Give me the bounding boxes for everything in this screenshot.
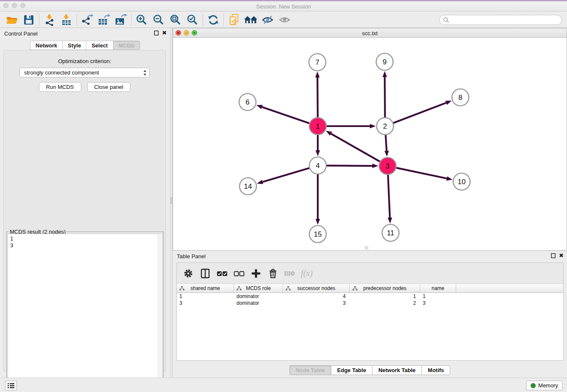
delete-row-button[interactable] xyxy=(266,266,280,281)
edge-1-6[interactable] xyxy=(262,107,309,123)
edge-3-11[interactable] xyxy=(388,175,390,218)
table-cell-predecessor-nodes[interactable]: 1 xyxy=(350,293,420,299)
tab-network[interactable]: Network xyxy=(30,41,62,50)
export-network-button[interactable] xyxy=(79,13,96,27)
table-cell-mcds-role[interactable]: dominator xyxy=(234,300,283,306)
network-graph[interactable]: 1234678910111415 xyxy=(173,38,567,250)
column-header-name[interactable]: name xyxy=(420,284,456,293)
node-table[interactable]: shared nameMCDS rolesuccessor nodesprede… xyxy=(177,284,563,360)
checked-boxes-icon xyxy=(217,270,228,277)
zoom-fit-button[interactable] xyxy=(167,13,184,27)
table-header-row: shared nameMCDS rolesuccessor nodesprede… xyxy=(177,284,563,293)
window-title: Session: New Session xyxy=(0,3,567,10)
edge-arrowhead xyxy=(446,176,453,180)
tab-mcds[interactable]: MCDS xyxy=(113,41,140,50)
run-mcds-button[interactable]: Run MCDS xyxy=(39,82,81,92)
float-table-panel-icon[interactable] xyxy=(550,253,556,259)
table-cell-successor-nodes[interactable]: 4 xyxy=(283,293,350,299)
tab-motifs[interactable]: Motifs xyxy=(421,365,450,375)
zoom-out-button[interactable] xyxy=(150,13,167,27)
hierarchy-icon xyxy=(179,286,184,291)
select-all-button[interactable] xyxy=(215,266,229,281)
network-canvas[interactable]: 1234678910111415 xyxy=(173,38,567,250)
save-floppy-icon xyxy=(23,14,34,25)
tab-network-table[interactable]: Network Table xyxy=(372,365,421,375)
first-neighbors-button[interactable] xyxy=(242,13,259,27)
criterion-dropdown-value: strongly connected component xyxy=(24,69,99,76)
table-cell-shared-name[interactable]: 1 xyxy=(177,293,234,299)
edge-2-3[interactable] xyxy=(385,135,386,151)
add-row-button[interactable] xyxy=(249,266,263,281)
delete-table-icon xyxy=(284,270,296,277)
result-scrollbar[interactable] xyxy=(158,234,162,389)
close-table-panel-icon[interactable]: ✖ xyxy=(559,253,564,259)
table-panel: Table Panel ✖ xyxy=(173,251,567,378)
edge-4-14[interactable] xyxy=(263,168,309,182)
graph-node-label: 15 xyxy=(314,230,322,238)
eye-icon xyxy=(278,14,291,25)
table-settings-button[interactable] xyxy=(181,266,195,281)
import-table-icon xyxy=(61,14,72,26)
criterion-dropdown[interactable]: strongly connected component xyxy=(19,68,150,77)
search-input[interactable] xyxy=(439,15,562,25)
refresh-view-button[interactable] xyxy=(205,13,222,27)
column-header-mcds-role[interactable]: MCDS role xyxy=(234,284,283,293)
edge-arrowhead xyxy=(388,218,392,224)
column-header-predecessor-nodes[interactable]: predecessor nodes xyxy=(350,284,420,293)
import-table-button[interactable] xyxy=(58,13,75,27)
float-panel-icon[interactable] xyxy=(154,30,159,36)
export-table-button[interactable] xyxy=(96,13,113,27)
node-table-container: f(x) shared nameMCDS rolesuccessor nodes… xyxy=(176,262,564,361)
zoom-in-button[interactable] xyxy=(133,13,150,27)
memory-status-icon xyxy=(531,383,536,388)
show-column-button[interactable] xyxy=(198,266,212,281)
columns-icon xyxy=(201,268,210,279)
table-cell-successor-nodes[interactable]: 3 xyxy=(283,300,350,306)
close-panel-icon[interactable]: ✖ xyxy=(162,30,167,36)
tab-select[interactable]: Select xyxy=(86,41,113,50)
save-session-button[interactable] xyxy=(20,13,37,27)
table-cell-name[interactable]: 1 xyxy=(420,293,456,299)
delete-table-button[interactable] xyxy=(283,266,297,281)
tab-node-table[interactable]: Node Table xyxy=(289,365,331,375)
task-history-button[interactable] xyxy=(5,381,17,390)
hide-selected-button[interactable] xyxy=(259,13,276,27)
edge-1-7[interactable] xyxy=(317,77,318,117)
table-cell-predecessor-nodes[interactable]: 2 xyxy=(350,300,420,306)
zoom-selected-button[interactable] xyxy=(184,13,201,27)
edge-3-1[interactable] xyxy=(331,134,380,162)
open-session-button[interactable] xyxy=(3,13,20,27)
copy-network-button[interactable] xyxy=(226,13,242,27)
table-row[interactable]: 3dominator323 xyxy=(177,300,563,306)
edge-3-10[interactable] xyxy=(396,168,447,178)
deselect-all-button[interactable] xyxy=(232,266,246,281)
network-frame-titlebar[interactable]: ✕ − + scc.txt xyxy=(173,28,567,38)
edge-2-9[interactable] xyxy=(385,77,385,117)
edge-arrowhead xyxy=(370,124,376,129)
table-cell-mcds-role[interactable]: dominator xyxy=(234,293,283,299)
edge-2-8[interactable] xyxy=(394,103,446,123)
function-builder-button[interactable]: f(x) xyxy=(300,266,314,281)
close-panel-button[interactable]: Close panel xyxy=(87,82,131,92)
toolbar-separator xyxy=(223,14,224,26)
column-header-successor-nodes[interactable]: successor nodes xyxy=(283,284,350,293)
column-header-shared-name[interactable]: shared name xyxy=(177,284,234,293)
table-cell-name[interactable]: 3 xyxy=(420,300,456,306)
toolbar-separator xyxy=(39,14,39,26)
table-cell-shared-name[interactable]: 3 xyxy=(177,300,234,306)
memory-button[interactable]: Memory xyxy=(526,381,563,390)
tab-style[interactable]: Style xyxy=(62,41,86,50)
import-network-icon xyxy=(44,14,55,26)
control-panel-title: Control Panel xyxy=(4,30,38,37)
mcds-result-list[interactable]: 13 xyxy=(8,234,162,389)
export-image-button[interactable] xyxy=(113,13,129,27)
table-row[interactable]: 1dominator411 xyxy=(177,293,563,300)
zoom-out-icon xyxy=(153,14,165,26)
show-all-button[interactable] xyxy=(276,13,293,27)
tab-edge-table[interactable]: Edge Table xyxy=(331,365,372,375)
graph-node-label: 8 xyxy=(458,94,462,102)
edge-4-3[interactable] xyxy=(327,166,372,166)
column-header-label: shared name xyxy=(190,285,220,291)
import-network-button[interactable] xyxy=(41,13,58,27)
table-toolbar: f(x) xyxy=(177,263,563,284)
